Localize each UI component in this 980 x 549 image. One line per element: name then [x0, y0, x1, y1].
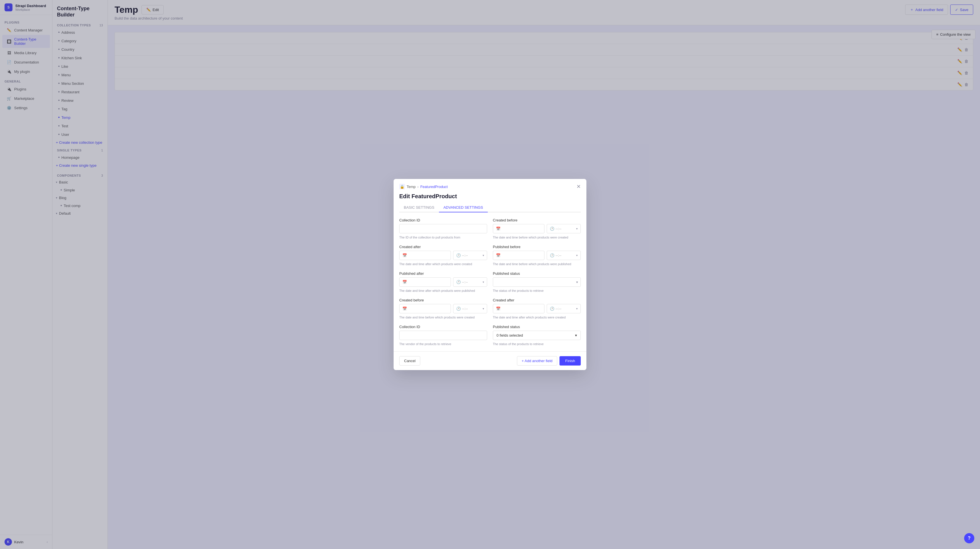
clock-icon: 🕐 — [550, 227, 554, 231]
published-status-label-2: Published status — [493, 325, 581, 329]
created-after-2-datetime: 📅 🕐 --:-- ▾ — [493, 304, 581, 313]
created-after-label-2: Created after — [493, 298, 581, 302]
clock-icon: 🕐 — [456, 307, 461, 311]
published-status-hint-1: The status of the products to retrieve — [493, 289, 581, 292]
collection-id-hint-2: The vendor of the products to retrieve — [399, 342, 487, 346]
modal-body: Collection ID The ID of the collection t… — [394, 212, 586, 351]
tab-advanced-settings[interactable]: ADVANCED SETTINGS — [439, 203, 488, 212]
field-created-after: Created after 📅 🕐 --:-- ▾ The date and t… — [399, 245, 487, 266]
collection-id-label-2: Collection ID — [399, 325, 487, 329]
created-before-datetime: 📅 🕐 --:-- ▾ — [493, 224, 581, 233]
created-before-2-calendar[interactable]: 📅 — [399, 304, 451, 313]
time-value: --:-- — [555, 253, 575, 258]
clock-icon: 🕐 — [456, 253, 461, 258]
field-published-status-1: Published status The status of the produ… — [493, 271, 581, 292]
published-after-time[interactable]: 🕐 --:-- ▾ — [453, 277, 487, 287]
created-after-hint: The date and time after which products w… — [399, 262, 487, 266]
clock-icon: 🕐 — [550, 253, 554, 258]
time-value: --:-- — [462, 307, 482, 311]
collection-id-hint: The ID of the collection to pull product… — [399, 236, 487, 239]
calendar-icon: 📅 — [496, 253, 501, 258]
chevron-down-icon: ▾ — [575, 333, 577, 337]
field-published-status-2: Published status 0 fields selected ▾ The… — [493, 325, 581, 346]
modal-footer: Cancel + Add another field Finish — [394, 351, 586, 370]
published-after-label: Published after — [399, 271, 487, 275]
created-before-2-hint: The date and time before which products … — [399, 316, 487, 319]
published-before-calendar[interactable]: 📅 — [493, 251, 544, 260]
created-after-2-hint: The date and time after which products w… — [493, 316, 581, 319]
field-created-before: Created before 📅 🕐 --:-- ▾ The date and … — [493, 218, 581, 239]
published-before-time[interactable]: 🕐 --:-- ▾ — [547, 251, 581, 260]
time-value: --:-- — [555, 227, 575, 231]
field-created-after-2: Created after 📅 🕐 --:-- ▾ The date and t… — [493, 298, 581, 319]
chevron-down-icon: ▾ — [576, 307, 578, 310]
created-before-hint: The date and time before which products … — [493, 236, 581, 239]
published-status-hint-2: The status of the products to retrieve — [493, 342, 581, 346]
add-another-field-button[interactable]: + Add another field — [517, 356, 557, 366]
clock-icon: 🕐 — [456, 280, 461, 284]
time-value: --:-- — [462, 253, 482, 258]
chevron-down-icon: ▾ — [483, 307, 484, 310]
time-value: --:-- — [555, 307, 575, 311]
created-after-datetime: 📅 🕐 --:-- ▾ — [399, 251, 487, 260]
created-after-calendar[interactable]: 📅 — [399, 251, 451, 260]
published-after-calendar[interactable]: 📅 — [399, 277, 451, 287]
fields-selected-dropdown[interactable]: 0 fields selected ▾ — [493, 331, 581, 340]
chevron-down-icon: ▾ — [483, 280, 484, 283]
published-before-label: Published before — [493, 245, 581, 249]
calendar-icon: 📅 — [496, 227, 501, 231]
cancel-button[interactable]: Cancel — [399, 356, 420, 366]
calendar-icon: 📅 — [402, 253, 407, 258]
modal-close-button[interactable]: ✕ — [576, 183, 581, 190]
created-after-2-time[interactable]: 🕐 --:-- ▾ — [547, 304, 581, 313]
field-created-before-2: Created before 📅 🕐 --:-- ▾ The date and … — [399, 298, 487, 319]
finish-button[interactable]: Finish — [560, 356, 581, 366]
chevron-down-icon: ▾ — [576, 227, 578, 230]
published-after-datetime: 📅 🕐 --:-- ▾ — [399, 277, 487, 287]
field-collection-id: Collection ID The ID of the collection t… — [399, 218, 487, 239]
form-grid: Collection ID The ID of the collection t… — [399, 218, 581, 346]
modal-title-row: Edit FeaturedProduct — [399, 193, 581, 200]
collection-id-label: Collection ID — [399, 218, 487, 222]
modal-title: Edit FeaturedProduct — [399, 193, 457, 200]
clock-icon: 🕐 — [550, 307, 554, 311]
published-before-hint: The date and time before which products … — [493, 262, 581, 266]
created-before-label-2: Created before — [399, 298, 487, 302]
modal-overlay[interactable]: 🔒 Temp › FeaturedProduct ✕ Edit Featured… — [0, 0, 980, 549]
published-before-datetime: 📅 🕐 --:-- ▾ — [493, 251, 581, 260]
breadcrumb-root: Temp — [407, 185, 416, 189]
breadcrumb-current: FeaturedProduct — [420, 185, 448, 189]
field-published-after: Published after 📅 🕐 --:-- ▾ The date and… — [399, 271, 487, 292]
question-mark-icon: ? — [968, 536, 970, 541]
created-before-2-datetime: 📅 🕐 --:-- ▾ — [399, 304, 487, 313]
breadcrumb-separator: › — [417, 185, 418, 189]
help-button[interactable]: ? — [964, 533, 974, 543]
created-before-time[interactable]: 🕐 --:-- ▾ — [547, 224, 581, 233]
collection-id-input-2[interactable] — [399, 331, 487, 340]
time-value: --:-- — [462, 280, 482, 284]
published-after-hint: The date and time after which products w… — [399, 289, 487, 292]
collection-id-input[interactable] — [399, 224, 487, 233]
published-status-label-1: Published status — [493, 271, 581, 275]
field-collection-id-2: Collection ID The vendor of the products… — [399, 325, 487, 346]
chevron-down-icon: ▾ — [483, 254, 484, 257]
modal-tabs: BASIC SETTINGS ADVANCED SETTINGS — [399, 203, 581, 212]
created-after-time[interactable]: 🕐 --:-- ▾ — [453, 251, 487, 260]
footer-right-actions: + Add another field Finish — [517, 356, 581, 366]
created-after-label: Created after — [399, 245, 487, 249]
chevron-down-icon: ▾ — [576, 254, 578, 257]
created-before-2-time[interactable]: 🕐 --:-- ▾ — [453, 304, 487, 313]
tab-basic-settings[interactable]: BASIC SETTINGS — [399, 203, 439, 212]
created-before-calendar[interactable]: 📅 — [493, 224, 544, 233]
published-status-select-1[interactable] — [493, 277, 581, 287]
calendar-icon: 📅 — [496, 307, 501, 311]
modal-breadcrumb: 🔒 Temp › FeaturedProduct ✕ — [399, 183, 581, 190]
calendar-icon: 📅 — [402, 307, 407, 311]
created-after-2-calendar[interactable]: 📅 — [493, 304, 544, 313]
published-status-select-wrapper-1 — [493, 277, 581, 287]
modal-header: 🔒 Temp › FeaturedProduct ✕ Edit Featured… — [394, 179, 586, 212]
calendar-icon: 📅 — [402, 280, 407, 284]
created-before-label: Created before — [493, 218, 581, 222]
field-published-before: Published before 📅 🕐 --:-- ▾ The date an… — [493, 245, 581, 266]
modal: 🔒 Temp › FeaturedProduct ✕ Edit Featured… — [394, 179, 586, 370]
